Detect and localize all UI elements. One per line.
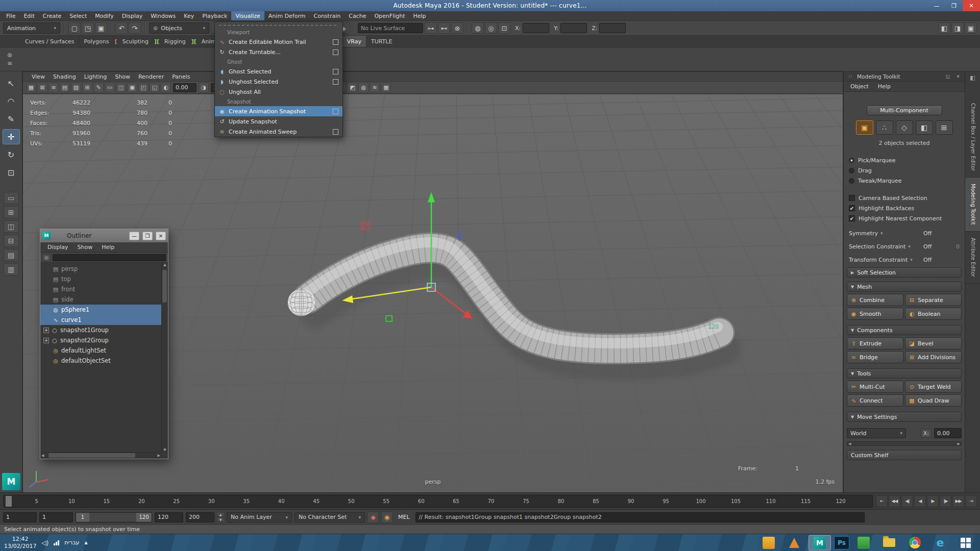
maximize-button[interactable]: ❐: [945, 0, 963, 11]
x-input[interactable]: [523, 23, 549, 33]
step-back-key-button[interactable]: ◀◀: [889, 495, 900, 507]
expand-icon[interactable]: +: [43, 338, 49, 343]
extrude-button[interactable]: ⇧Extrude: [847, 337, 903, 349]
mtk-menu-help[interactable]: Help: [874, 83, 894, 90]
scrollbar-thumb[interactable]: [48, 453, 135, 458]
custom-shelf-header[interactable]: Custom Shelf: [847, 450, 962, 460]
construction-history-icon[interactable]: ⊗: [451, 22, 463, 34]
exposure-field[interactable]: 0.00: [173, 83, 197, 92]
time-slider[interactable]: 1510152025303540455055606570758085909510…: [3, 495, 873, 508]
side-tab-channel-box-layer-editor[interactable]: Channel Box / Layer Editor: [965, 97, 980, 178]
option-box-icon[interactable]: [333, 49, 338, 55]
maya-logo-icon[interactable]: M: [2, 473, 20, 490]
checkbox-camera-based-selection[interactable]: Camera Based Selection: [847, 193, 962, 203]
bookmarks-icon[interactable]: ▤: [60, 83, 70, 92]
move-settings-header[interactable]: ▼ Move Settings: [847, 412, 962, 422]
section-header-mesh[interactable]: ▼Mesh: [847, 282, 962, 292]
undo-icon[interactable]: ↶: [115, 22, 128, 34]
menu-playback[interactable]: Playback: [198, 11, 231, 20]
scroll-down-icon[interactable]: ▼: [163, 448, 166, 452]
combine-button[interactable]: ⊕Combine: [847, 294, 903, 306]
volume-icon[interactable]: ◁⟩: [41, 539, 48, 546]
render-settings-icon[interactable]: ⊡: [498, 22, 510, 34]
radio-drag[interactable]: Drag: [847, 165, 962, 176]
layout-single-pane-icon[interactable]: ▭: [4, 192, 19, 204]
green-app-taskbar-icon[interactable]: [852, 535, 875, 550]
command-line-language-button[interactable]: MEL: [395, 514, 413, 520]
menu-item-create-editable-motion-trail[interactable]: ∿Create Editable Motion Trail: [215, 37, 342, 47]
scroll-left-icon[interactable]: ◀: [41, 454, 44, 458]
shelf-options-icon[interactable]: ⊛≡: [3, 51, 16, 68]
outliner-item-snapshot1group[interactable]: +○snapshot1Group: [40, 325, 161, 335]
menu-item-unghost-selected[interactable]: ◗Unghost Selected: [215, 77, 342, 87]
menu-windows[interactable]: Windows: [146, 11, 180, 20]
vp-menu-view[interactable]: View: [28, 73, 48, 80]
vp-menu-show[interactable]: Show: [111, 73, 134, 80]
ipr-render-icon[interactable]: ◎: [485, 22, 497, 34]
character-set-dropdown[interactable]: No Character Set ▾: [295, 512, 365, 522]
live-surface-field[interactable]: No Live Surface: [358, 23, 423, 33]
safe-title-icon[interactable]: ◱: [150, 83, 160, 92]
outliner-item-curve1[interactable]: ∿curve1: [40, 315, 161, 325]
grease-pencil-icon[interactable]: ✎: [93, 83, 104, 92]
step-back-frame-button[interactable]: ◀|: [901, 495, 913, 507]
play-forwards-button[interactable]: ▶: [927, 495, 939, 507]
checkbox-highlight-nearest-component[interactable]: ✔Highlight Nearest Component: [847, 213, 962, 223]
scrollbar-thumb[interactable]: [162, 270, 167, 303]
select-camera-icon[interactable]: ▦: [26, 83, 36, 92]
bevel-button[interactable]: ◪Bevel: [905, 337, 962, 349]
open-scene-icon[interactable]: ◳: [82, 22, 94, 34]
playback-end-field[interactable]: 120: [155, 512, 183, 522]
layout-stacked-icon[interactable]: ⊟: [4, 235, 19, 247]
soft-selection-header[interactable]: ▶ Soft Selection: [847, 267, 962, 278]
option-box-icon[interactable]: [333, 109, 338, 114]
dropdown-transform-constraint[interactable]: Transform Constraint▾Off: [847, 253, 962, 266]
checkbox-highlight-backfaces[interactable]: ✔Highlight Backfaces: [847, 203, 962, 213]
play-backwards-button[interactable]: ◀: [914, 495, 926, 507]
outliner-maximize-button[interactable]: ❐: [142, 232, 153, 240]
command-line-output[interactable]: // Result: snapshot1Group snapshot1 snap…: [415, 512, 865, 522]
move-tool-icon[interactable]: ✛: [3, 129, 20, 144]
exposure-icon[interactable]: ◐: [161, 83, 171, 92]
anim-layer-dropdown[interactable]: No Anim Layer ▾: [227, 512, 292, 522]
menu-item-create-turntable[interactable]: ↻Create Turntable...: [215, 47, 342, 57]
safe-action-icon[interactable]: ◰: [138, 83, 149, 92]
chrome-taskbar-icon[interactable]: [903, 535, 926, 550]
outliner-item-persp[interactable]: ▤persp: [40, 264, 161, 274]
shelf-tab-rigging[interactable]: Rigging: [160, 36, 191, 47]
range-start-handle[interactable]: 1: [76, 513, 89, 522]
animation-end-field[interactable]: 200: [186, 512, 214, 522]
close-panel-icon[interactable]: ✕: [954, 74, 962, 79]
outliner-item-defaultobjectset[interactable]: ◎defaultObjectSet: [40, 356, 161, 366]
radio-pick-marquee[interactable]: Pick/Marquee: [847, 155, 962, 165]
ambient-occlusion-icon[interactable]: ◍: [358, 83, 369, 92]
side-tab-modeling-toolkit[interactable]: Modeling Toolkit: [965, 178, 980, 232]
spinner-down-icon[interactable]: ▼: [217, 517, 224, 522]
menu-item-ghost-selected[interactable]: ◖Ghost Selected: [215, 66, 342, 77]
redo-icon[interactable]: ↷: [129, 22, 141, 34]
outliner-close-button[interactable]: ✕: [156, 232, 166, 240]
menu-item-update-snapshot[interactable]: ↺Update Snapshot: [215, 116, 342, 127]
output-connections-icon[interactable]: ⊷: [438, 22, 450, 34]
outliner-item-top[interactable]: ▤top: [40, 274, 161, 284]
menu-modify[interactable]: Modify: [91, 11, 117, 20]
start-button[interactable]: [954, 535, 977, 550]
spinner-up-icon[interactable]: ▲: [217, 512, 224, 517]
go-to-start-button[interactable]: ⇤: [876, 495, 888, 507]
scale-tool-icon[interactable]: ⊡: [3, 165, 20, 180]
step-forward-frame-button[interactable]: |▶: [940, 495, 951, 507]
menu-anim-deform[interactable]: Anim Deform: [264, 11, 310, 20]
z-input[interactable]: [599, 23, 626, 33]
menu-edit[interactable]: Edit: [19, 11, 38, 20]
menu-openflight[interactable]: OpenFlight: [370, 11, 409, 20]
edge-taskbar-icon[interactable]: e: [929, 535, 951, 550]
menu-key[interactable]: Key: [180, 11, 198, 20]
object-mode-icon[interactable]: ▣: [856, 120, 873, 135]
outliner-titlebar[interactable]: M Outliner — ❐ ✕: [40, 229, 168, 242]
vp-menu-panels[interactable]: Panels: [168, 73, 193, 80]
taskbar-clock[interactable]: 12:42 13/02/2017: [4, 536, 36, 550]
shadows-icon[interactable]: ◩: [347, 83, 357, 92]
vp-menu-lighting[interactable]: Lighting: [81, 73, 110, 80]
menu-visualize[interactable]: Visualize: [231, 11, 264, 20]
scroll-up-icon[interactable]: ▲: [163, 263, 166, 267]
